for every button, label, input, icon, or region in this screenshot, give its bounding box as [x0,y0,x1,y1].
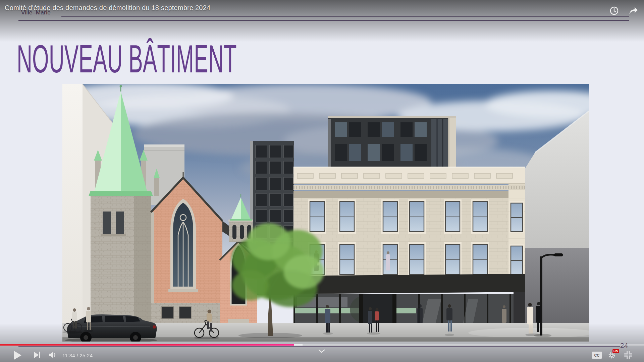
video-surface[interactable]: Ville–Marie NOUVEAU BÂTIMENT [0,0,644,362]
volume-button[interactable] [49,352,58,360]
cc-label: CC [594,353,600,357]
player-top-buttons [608,5,639,16]
volume-icon [49,352,58,358]
share-button[interactable] [627,5,639,16]
watch-later-button[interactable] [608,5,620,16]
exit-fullscreen-icon [623,350,633,360]
slide-accent-line-top-right [61,16,629,17]
play-button[interactable] [14,351,21,361]
time-display: 11:34 / 25:24 [62,353,93,358]
progress-bar[interactable] [0,344,644,346]
rooftop-addition [328,116,456,169]
slide-accent-line-bottom [18,346,620,347]
video-title[interactable]: Comité d'étude des demandes de démolitio… [5,4,210,12]
exit-fullscreen-button[interactable] [623,350,633,361]
chevron-down-icon[interactable] [318,349,325,355]
slide-accent-line-top [18,20,629,21]
progress-played [0,344,294,346]
hd-badge: HD [612,349,619,353]
next-button[interactable] [34,352,41,360]
settings-button[interactable]: HD [608,351,617,360]
stone-building [293,167,525,329]
slide-title: NOUVEAU BÂTIMENT [17,40,237,78]
share-arrow-icon [628,6,638,15]
play-icon [14,351,21,360]
next-icon [34,352,41,358]
subtitles-button[interactable]: CC [592,352,602,359]
slide-page-number: 24 [620,342,628,350]
architectural-rendering [62,84,589,342]
clock-icon [609,6,619,16]
